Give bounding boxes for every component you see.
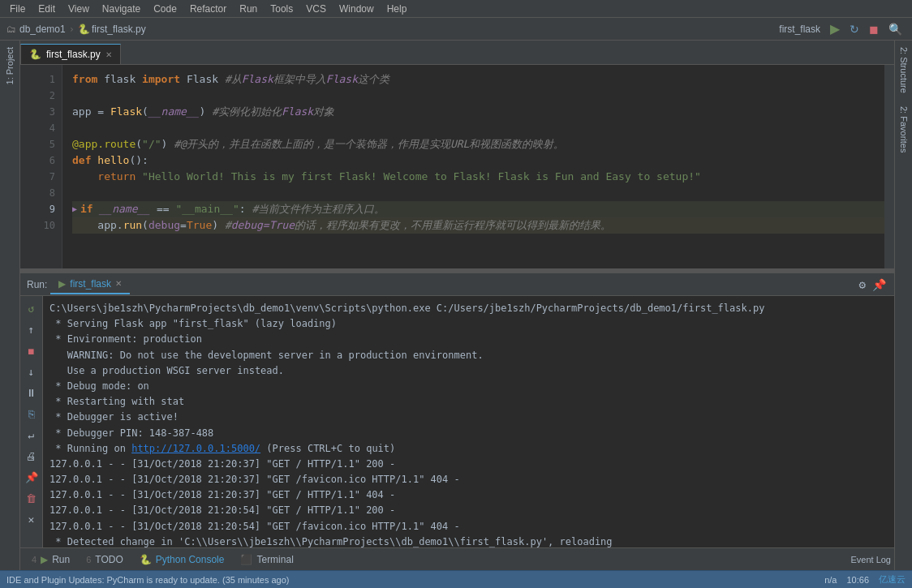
run-tab-close-icon[interactable]: ✕ — [115, 279, 122, 288]
todo-tab-num: 6 — [86, 555, 91, 564]
bottom-tab-run[interactable]: 4 ▶ Run — [24, 551, 78, 569]
sidebar-item-project[interactable]: 1: Project — [2, 41, 18, 91]
run-config-selector[interactable]: first_flask — [776, 22, 824, 36]
bottom-tab-terminal[interactable]: ⬛ Terminal — [232, 551, 301, 569]
line-num-1: 1 — [30, 71, 62, 88]
run-tab-label2: Run — [52, 554, 70, 565]
tab-first-flask[interactable]: 🐍 first_flask.py ✕ — [20, 44, 121, 64]
pause-button[interactable]: ⏸ — [23, 384, 41, 401]
output-line-15: 127.0.0.1 - - [31/Oct/2018 21:20:54] "GE… — [49, 519, 888, 534]
scroll-down-btn[interactable]: ↓ — [23, 363, 41, 380]
run-tab-icon: ▶ — [58, 278, 66, 290]
editor-scrollbar[interactable] — [884, 65, 894, 268]
run-output[interactable]: C:\Users\jbe1szh\PycharmProjects\db_demo… — [43, 296, 894, 547]
menu-file[interactable]: File — [3, 2, 32, 16]
code-line-1: from flask import Flask #从Flask框架中导入Flas… — [72, 71, 884, 88]
breadcrumb-project[interactable]: db_demo1 — [19, 24, 66, 35]
bottom-tab-todo[interactable]: 6 TODO — [78, 551, 131, 569]
code-line-7: return "Hello World! This is my first Fl… — [72, 169, 884, 185]
fold-gutter — [20, 65, 30, 268]
menu-tools[interactable]: Tools — [264, 2, 299, 16]
tab-label: first_flask.py — [46, 49, 101, 60]
code-line-8 — [72, 185, 884, 201]
project-icon: 🗂 — [6, 24, 16, 35]
clear-btn[interactable]: 🗑 — [23, 489, 41, 507]
pin-icon[interactable]: 📌 — [871, 277, 888, 293]
breadcrumb-file[interactable]: first_flask.py — [92, 24, 146, 35]
run-panel-header: Run: ▶ first_flask ✕ ⚙ 📌 — [20, 273, 894, 296]
menu-navigate[interactable]: Navigate — [96, 2, 147, 16]
tab-bar: 🐍 first_flask.py ✕ — [20, 41, 894, 65]
run-panel-body: ↺ ↑ ◼ ↓ ⏸ ⎘ ↵ 🖨 📌 🗑 ✕ C:\Users\jbe1szh\P… — [20, 296, 894, 547]
run-button[interactable]: ▶ — [827, 19, 843, 38]
menu-edit[interactable]: Edit — [32, 2, 62, 16]
run-tab-label: first_flask — [70, 278, 111, 290]
menu-refactor[interactable]: Refactor — [183, 2, 233, 16]
status-bar: IDE and Plugin Updates: PyCharm is ready… — [0, 570, 912, 588]
settings-icon[interactable]: ⚙ — [858, 277, 867, 293]
output-line-11: 127.0.0.1 - - [31/Oct/2018 21:20:37] "GE… — [49, 457, 888, 472]
scroll-up-btn[interactable]: ↑ — [23, 320, 41, 338]
bottom-tab-python-console[interactable]: 🐍 Python Console — [131, 551, 233, 569]
output-line-4: WARNING: Do not use the development serv… — [49, 348, 888, 363]
search-button[interactable]: 🔍 — [885, 21, 906, 37]
editor-and-right: 🐍 first_flask.py ✕ 1 2 3 4 5 6 7 8 9 — [20, 41, 912, 570]
print-btn[interactable]: 🖨 — [23, 447, 41, 465]
python-console-icon: 🐍 — [140, 554, 152, 565]
menu-bar: File Edit View Navigate Code Refactor Ru… — [0, 0, 912, 18]
stop-run-button[interactable]: ◼ — [23, 341, 41, 359]
menu-view[interactable]: View — [62, 2, 96, 16]
tab-file-icon: 🐍 — [29, 49, 41, 60]
rerun-button[interactable]: ↺ — [23, 299, 41, 317]
brand-logo: 亿速云 — [879, 573, 906, 586]
code-content[interactable]: from flask import Flask #从Flask框架中导入Flas… — [62, 65, 884, 268]
code-line-9: ▶ if __name__ == "__main__": #当前文件作为主程序入… — [72, 201, 884, 217]
output-line-14: 127.0.0.1 - - [31/Oct/2018 21:20:54] "GE… — [49, 503, 888, 518]
right-sidebar: 2: Structure 2: Favorites — [894, 41, 912, 570]
output-line-3: * Environment: production — [49, 332, 888, 347]
status-message: IDE and Plugin Updates: PyCharm is ready… — [6, 575, 290, 585]
menu-run[interactable]: Run — [233, 2, 264, 16]
status-right: n/a 10:66 亿速云 — [824, 573, 906, 586]
code-line-6: def hello(): — [72, 152, 884, 169]
close-panel-btn[interactable]: ✕ — [23, 510, 41, 528]
output-line-10: * Running on http://127.0.0.1:5000/ (Pre… — [49, 441, 888, 457]
line-num-2: 2 — [30, 88, 62, 104]
tab-close-icon[interactable]: ✕ — [105, 50, 112, 59]
code-line-4 — [72, 120, 884, 136]
flask-url-link[interactable]: http://127.0.0.1:5000/ — [131, 443, 260, 454]
output-line-5: Use a production WSGI server instead. — [49, 363, 888, 379]
line-num-10: 10 — [30, 217, 62, 234]
code-line-3: app = Flask(__name__) #实例化初始化Flask对象 — [72, 104, 884, 120]
main-area: 1: Project 🐍 first_flask.py ✕ 1 2 3 4 — [0, 41, 912, 570]
run-tab-first-flask[interactable]: ▶ first_flask ✕ — [50, 275, 130, 294]
event-log-btn[interactable]: Event Log — [850, 555, 891, 564]
stop-button[interactable]: ◼ — [866, 21, 882, 37]
status-position: n/a — [824, 575, 837, 585]
run-panel: Run: ▶ first_flask ✕ ⚙ 📌 ↺ ↑ ◼ — [20, 272, 894, 547]
pin-run-btn[interactable]: 📌 — [23, 468, 41, 486]
copy-output-btn[interactable]: ⎘ — [23, 405, 41, 423]
event-log-area: Event Log — [850, 555, 891, 564]
menu-window[interactable]: Window — [333, 2, 381, 16]
menu-code[interactable]: Code — [147, 2, 183, 16]
line-num-9: 9 — [30, 201, 62, 217]
line-num-3: 3 — [30, 104, 62, 120]
right-tab-structure[interactable]: 2: Structure — [896, 41, 912, 100]
breadcrumb-bar: 🗂 db_demo1 › 🐍 first_flask.py first_flas… — [0, 18, 912, 41]
run-config-area: first_flask ▶ ↻ ◼ 🔍 — [776, 19, 906, 38]
soft-wrap-btn[interactable]: ↵ — [23, 426, 41, 444]
code-line-5: @app.route("/") #@开头的，并且在函数上面的，是一个装饰器，作用… — [72, 136, 884, 152]
output-line-8: * Debugger is active! — [49, 410, 888, 425]
status-time: 10:66 — [846, 575, 869, 585]
output-line-13: 127.0.0.1 - - [31/Oct/2018 21:20:37] "GE… — [49, 487, 888, 503]
right-tab-favorites[interactable]: 2: Favorites — [896, 100, 912, 159]
editor-main-area: 🐍 first_flask.py ✕ 1 2 3 4 5 6 7 8 9 — [20, 41, 894, 570]
line-num-8: 8 — [30, 185, 62, 201]
reload-button[interactable]: ↻ — [846, 21, 863, 37]
status-left: IDE and Plugin Updates: PyCharm is ready… — [6, 575, 824, 585]
line-num-7: 7 — [30, 169, 62, 185]
menu-help[interactable]: Help — [381, 2, 414, 16]
menu-vcs[interactable]: VCS — [299, 2, 333, 16]
output-line-2: * Serving Flask app "first_flask" (lazy … — [49, 316, 888, 332]
